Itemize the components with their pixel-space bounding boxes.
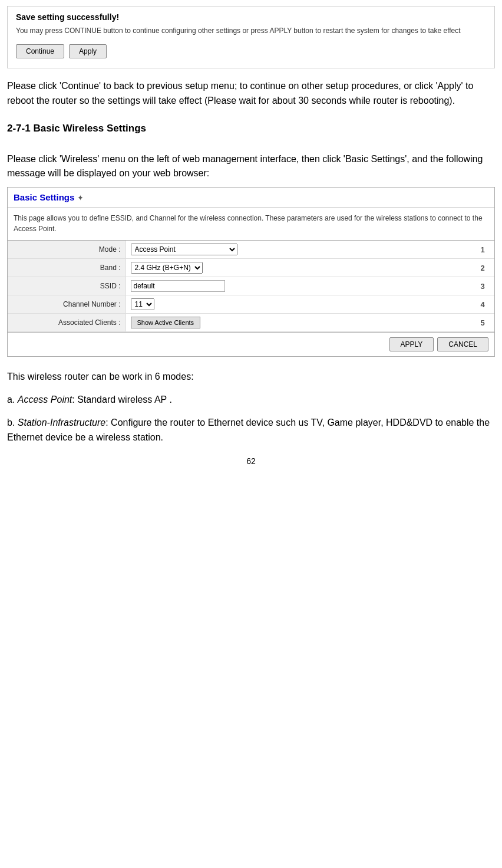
table-row: Channel Number : 1234 5678 91011 121314 … [8,295,494,314]
bottom-buttons-row: APPLY CANCEL [8,332,494,356]
band-value[interactable]: 2.4 GHz (B+G+N) 2.4 GHz (B) 2.4 GHz (G) … [125,259,471,277]
settings-table: Mode : Access Point Station-Infrastructu… [8,241,494,332]
mode-b-name: Station-Infrastructure [18,417,105,428]
associated-clients-label: Associated Clients : [8,314,125,332]
mode-a-prefix: a. [7,394,18,405]
mode-b-prefix: b. [7,417,18,428]
save-buttons-row: Continue Apply [16,44,486,58]
ssid-input[interactable] [131,280,225,292]
row-number-2: 2 [471,259,494,277]
cancel-button[interactable]: CANCEL [437,337,488,351]
table-row: Band : 2.4 GHz (B+G+N) 2.4 GHz (B) 2.4 G… [8,259,494,277]
continue-button[interactable]: Continue [16,44,64,58]
mode-label: Mode : [8,241,125,259]
row-number-1: 1 [471,241,494,259]
save-description: You may press CONTINUE button to continu… [16,25,486,36]
mode-a-rest: : Standard wireless AP . [72,394,172,405]
channel-select[interactable]: 1234 5678 91011 121314 [131,298,154,310]
body-text-1: Please click 'Continue' to back to previ… [0,68,502,108]
band-label: Band : [8,259,125,277]
mode-select[interactable]: Access Point Station-Infrastructure AP B… [131,244,237,255]
save-title: Save setting successfully! [16,12,486,22]
apply-button[interactable]: APPLY [389,337,434,351]
section-heading-271: 2-7-1 Basic Wireless Settings [7,123,495,134]
lower-text-section: This wireless router can be work in 6 mo… [0,363,502,445]
table-row: Associated Clients : Show Active Clients… [8,314,494,332]
mode-a-name: Access Point [18,394,72,405]
band-select[interactable]: 2.4 GHz (B+G+N) 2.4 GHz (B) 2.4 GHz (G) … [131,262,203,274]
table-row: Mode : Access Point Station-Infrastructu… [8,241,494,259]
modes-intro: This wireless router can be work in 6 mo… [7,370,495,384]
settings-icon: ✦ [77,193,84,202]
settings-panel-header: Basic Settings ✦ [8,188,494,208]
basic-settings-panel: Basic Settings ✦ This page allows you to… [7,187,495,357]
row-number-5: 5 [471,314,494,332]
apply-top-button[interactable]: Apply [69,44,107,58]
mode-b: b. Station-Infrastructure: Configure the… [7,416,495,445]
settings-description: This page allows you to define ESSID, an… [8,208,494,241]
settings-panel-title: Basic Settings [14,192,74,202]
table-row: SSID : 3 [8,277,494,295]
show-active-clients-button[interactable]: Show Active Clients [131,317,201,328]
save-setting-box: Save setting successfully! You may press… [7,6,495,68]
body-text-2: Please click 'Wireless' menu on the left… [0,142,502,182]
channel-value[interactable]: 1234 5678 91011 121314 [125,295,471,314]
ssid-label: SSID : [8,277,125,295]
row-number-4: 4 [471,295,494,314]
associated-clients-value[interactable]: Show Active Clients [125,314,471,332]
row-number-3: 3 [471,277,494,295]
mode-a: a. Access Point: Standard wireless AP . [7,393,495,407]
channel-label: Channel Number : [8,295,125,314]
mode-value[interactable]: Access Point Station-Infrastructure AP B… [125,241,471,259]
ssid-value[interactable] [125,277,471,295]
page-number: 62 [0,456,502,472]
